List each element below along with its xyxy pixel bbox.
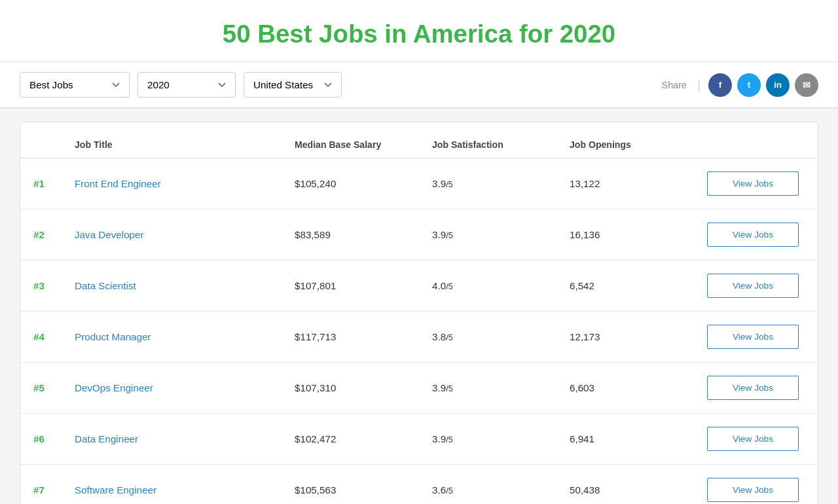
salary-cell: $107,310	[282, 363, 419, 414]
job-title-link[interactable]: Data Engineer	[75, 433, 138, 444]
openings-cell: 12,173	[556, 312, 694, 363]
openings-cell: 6,941	[556, 414, 694, 465]
salary-cell: $117,713	[282, 312, 419, 363]
rank-cell: #4	[20, 312, 62, 363]
view-jobs-cell: View Jobs	[694, 465, 818, 505]
job-title-link[interactable]: Data Scientist	[75, 280, 136, 291]
col-openings: Job Openings	[556, 129, 694, 158]
satisfaction-cell: 3.9/5	[419, 414, 556, 465]
salary-cell: $102,472	[282, 414, 419, 465]
satisfaction-cell: 4.0/5	[419, 261, 556, 312]
view-jobs-button[interactable]: View Jobs	[707, 274, 799, 298]
satisfaction-cell: 3.9/5	[419, 209, 556, 261]
table-header-row: Job Title Median Base Salary Job Satisfa…	[20, 129, 818, 158]
salary-cell: $107,801	[282, 261, 419, 312]
share-area: Share | f t in ✉	[662, 73, 818, 97]
category-select[interactable]: Best JobsTop Paying JobsBest Tech Jobs	[20, 72, 130, 98]
year-select[interactable]: 202020192018	[137, 72, 236, 98]
col-action	[694, 129, 818, 158]
job-title-link[interactable]: DevOps Engineer	[75, 382, 153, 393]
rank-cell: #6	[20, 414, 62, 465]
table-row: #6 Data Engineer $102,472 3.9/5 6,941 Vi…	[20, 414, 818, 465]
openings-cell: 13,122	[556, 158, 694, 209]
openings-cell: 6,542	[556, 261, 694, 312]
job-title-cell: Product Manager	[62, 312, 282, 363]
col-satisfaction: Job Satisfaction	[419, 129, 556, 158]
email-share-button[interactable]: ✉	[795, 73, 818, 97]
jobs-table-container: Job Title Median Base Salary Job Satisfa…	[20, 122, 818, 504]
job-title-link[interactable]: Front End Engineer	[75, 178, 161, 189]
openings-cell: 50,438	[556, 465, 694, 505]
salary-cell: $105,240	[282, 158, 419, 209]
jobs-table: Job Title Median Base Salary Job Satisfa…	[20, 129, 818, 504]
view-jobs-button[interactable]: View Jobs	[707, 171, 799, 196]
satisfaction-cell: 3.9/5	[419, 158, 556, 209]
table-row: #1 Front End Engineer $105,240 3.9/5 13,…	[20, 158, 818, 209]
view-jobs-cell: View Jobs	[694, 363, 818, 414]
view-jobs-cell: View Jobs	[694, 261, 818, 312]
view-jobs-button[interactable]: View Jobs	[707, 223, 799, 247]
satisfaction-cell: 3.6/5	[419, 465, 556, 505]
job-title-link[interactable]: Software Engineer	[75, 484, 156, 495]
job-title-cell: Java Developer	[62, 209, 282, 261]
table-row: #3 Data Scientist $107,801 4.0/5 6,542 V…	[20, 261, 818, 312]
col-rank	[20, 129, 62, 158]
job-title-cell: Front End Engineer	[62, 158, 282, 209]
twitter-share-button[interactable]: t	[737, 73, 761, 97]
table-row: #2 Java Developer $83,589 3.9/5 16,136 V…	[20, 209, 818, 261]
page-title: 50 Best Jobs in America for 2020	[13, 20, 825, 48]
job-title-cell: Software Engineer	[62, 465, 282, 505]
view-jobs-button[interactable]: View Jobs	[707, 325, 799, 349]
page-header: 50 Best Jobs in America for 2020	[0, 0, 838, 62]
view-jobs-cell: View Jobs	[694, 158, 818, 209]
view-jobs-cell: View Jobs	[694, 312, 818, 363]
table-row: #7 Software Engineer $105,563 3.6/5 50,4…	[20, 465, 818, 505]
main-content: Job Title Median Base Salary Job Satisfa…	[0, 109, 838, 504]
satisfaction-cell: 3.8/5	[419, 312, 556, 363]
controls-bar: Best JobsTop Paying JobsBest Tech Jobs 2…	[0, 62, 838, 109]
satisfaction-cell: 3.9/5	[419, 363, 556, 414]
rank-cell: #3	[20, 261, 62, 312]
job-title-cell: Data Engineer	[62, 414, 282, 465]
col-salary: Median Base Salary	[282, 129, 419, 158]
job-title-link[interactable]: Java Developer	[75, 229, 144, 240]
facebook-share-button[interactable]: f	[708, 73, 732, 97]
rank-cell: #1	[20, 158, 62, 209]
view-jobs-button[interactable]: View Jobs	[707, 376, 799, 400]
rank-cell: #2	[20, 209, 62, 261]
table-row: #4 Product Manager $117,713 3.8/5 12,173…	[20, 312, 818, 363]
salary-cell: $83,589	[282, 209, 419, 261]
rank-cell: #7	[20, 465, 62, 505]
linkedin-share-button[interactable]: in	[766, 73, 790, 97]
openings-cell: 16,136	[556, 209, 694, 261]
view-jobs-button[interactable]: View Jobs	[707, 478, 799, 502]
table-row: #5 DevOps Engineer $107,310 3.9/5 6,603 …	[20, 363, 818, 414]
location-select[interactable]: United StatesNew YorkCaliforniaTexas	[244, 72, 342, 98]
openings-cell: 6,603	[556, 363, 694, 414]
job-title-cell: Data Scientist	[62, 261, 282, 312]
job-title-link[interactable]: Product Manager	[75, 331, 151, 342]
view-jobs-button[interactable]: View Jobs	[707, 427, 799, 451]
share-label: Share	[662, 80, 687, 90]
rank-cell: #5	[20, 363, 62, 414]
job-title-cell: DevOps Engineer	[62, 363, 282, 414]
salary-cell: $105,563	[282, 465, 419, 505]
view-jobs-cell: View Jobs	[694, 209, 818, 261]
col-job-title: Job Title	[62, 129, 282, 158]
view-jobs-cell: View Jobs	[694, 414, 818, 465]
